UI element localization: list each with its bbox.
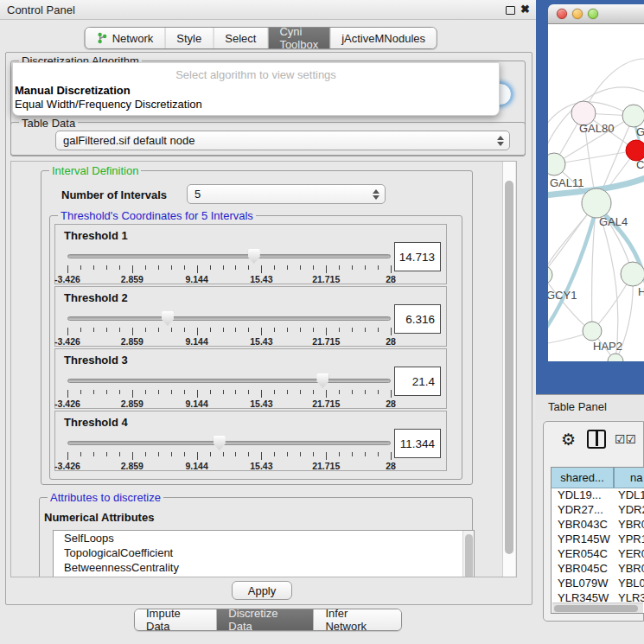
tab-network[interactable]: Network — [86, 28, 166, 48]
attribute-list-item[interactable]: SelfLoops — [54, 531, 474, 545]
scrollbar-thumb[interactable] — [465, 534, 473, 577]
column-layout-icon[interactable] — [587, 430, 606, 449]
tick-mark — [287, 265, 288, 270]
node-gal4[interactable] — [582, 188, 611, 218]
table-data-combo[interactable]: galFiltered.sif default node — [55, 131, 510, 150]
tick-mark — [158, 328, 159, 332]
slider-track[interactable] — [67, 254, 391, 258]
cell-name[interactable]: YER0 — [615, 547, 644, 562]
threshold-4-slider[interactable]: -3.4262.8599.14415.4321.71528 — [67, 436, 391, 470]
slider-thumb[interactable] — [248, 249, 260, 264]
cell-shared-name[interactable]: YDL19... — [552, 488, 615, 503]
tick-mark — [300, 328, 301, 332]
node-label: GCY1 — [548, 289, 577, 302]
threshold-4-value[interactable]: 11.344 — [394, 429, 441, 458]
tick-mark — [171, 328, 172, 332]
threshold-2-block: Threshold 2 -3.4262.8599.14415.4321.7152… — [54, 286, 447, 347]
attributes-list-scrollbar[interactable] — [462, 531, 474, 577]
table-row[interactable]: YER054CYER0 — [552, 547, 644, 562]
slider-ticks — [67, 328, 391, 335]
threshold-1-value[interactable]: 14.713 — [394, 242, 441, 271]
slider-track[interactable] — [67, 441, 391, 445]
tab-select[interactable]: Select — [214, 28, 268, 48]
threshold-1-label: Threshold 1 — [64, 229, 128, 242]
network-nodes[interactable] — [548, 101, 644, 361]
cell-shared-name[interactable]: YER054C — [552, 547, 615, 562]
table-row[interactable]: YBR045CYBR0 — [552, 562, 644, 577]
tick-label: 21.715 — [312, 461, 340, 471]
tab-label: Impute Data — [146, 609, 205, 631]
tab-infer-network[interactable]: Infer Network — [314, 609, 401, 630]
slider-track[interactable] — [67, 379, 391, 383]
number-of-intervals-combo[interactable]: 5 — [187, 184, 386, 204]
cell-shared-name[interactable]: YDR27... — [552, 503, 615, 518]
tab-cyni-toolbox[interactable]: Cyni Toolbox — [268, 28, 330, 48]
column-header-shared[interactable]: shared... — [552, 468, 615, 488]
threshold-1-slider[interactable]: -3.4262.8599.14415.4321.71528 — [67, 249, 391, 284]
cell-shared-name[interactable]: YPR145W — [552, 532, 615, 547]
slider-thumb[interactable] — [162, 311, 174, 326]
table-row[interactable]: YBL079WYBL0 — [552, 577, 644, 591]
table-row[interactable]: YBR043CYBR0 — [552, 518, 644, 532]
table-hscrollbar[interactable] — [552, 603, 643, 613]
cell-name[interactable]: YDL1 — [615, 488, 644, 503]
tick-mark — [132, 328, 133, 335]
cell-shared-name[interactable]: YBR043C — [552, 518, 615, 532]
tab-label: Select — [225, 32, 256, 45]
threshold-2-slider[interactable]: -3.4262.8599.14415.4321.71528 — [67, 311, 391, 346]
popup-option-equal-width[interactable]: Equal Width/Frequency Discretization — [15, 98, 202, 111]
popup-option-manual[interactable]: Manual Discretization — [15, 84, 131, 97]
cell-shared-name[interactable]: YBL079W — [552, 577, 615, 591]
cell-name[interactable]: YBR0 — [615, 518, 644, 532]
tick-mark — [223, 452, 224, 456]
node-h[interactable] — [621, 262, 644, 286]
table-row[interactable]: YPR145WYPR1 — [552, 532, 644, 547]
float-window-icon[interactable] — [506, 6, 515, 15]
settings-scrollbar[interactable] — [502, 162, 515, 577]
network-canvas[interactable]: GAL80 GA C GAL11 GAL4 GCY1 H HAP2 — [548, 24, 644, 361]
slider-thumb[interactable] — [316, 373, 328, 388]
attribute-list-item[interactable]: BetweennessCentrality — [54, 560, 474, 575]
threshold-3-slider[interactable]: -3.4262.8599.14415.4321.71528 — [67, 373, 391, 408]
tick-mark — [378, 265, 379, 270]
threshold-2-label: Threshold 2 — [64, 291, 128, 304]
cell-name[interactable]: YDR2 — [615, 503, 644, 518]
table-row[interactable]: YDL19...YDL1 — [552, 488, 644, 503]
tab-impute-data[interactable]: Impute Data — [135, 609, 217, 630]
node-gcy1[interactable] — [548, 265, 552, 284]
table-row[interactable]: YDR27...YDR2 — [552, 503, 644, 518]
tick-mark — [352, 265, 353, 270]
gear-icon[interactable]: ⚙ — [561, 430, 576, 450]
column-header-name[interactable]: na — [615, 468, 644, 488]
tab-discretize-data[interactable]: Discretize Data — [217, 609, 314, 630]
mac-zoom-button[interactable] — [588, 9, 598, 19]
slider-thumb[interactable] — [214, 436, 226, 450]
threshold-2-value[interactable]: 6.316 — [394, 304, 441, 334]
close-icon[interactable]: ✖ — [520, 3, 530, 16]
cell-name[interactable]: YBL0 — [615, 577, 644, 591]
mac-minimize-button[interactable] — [572, 9, 583, 19]
cell-name[interactable]: YBR0 — [615, 562, 644, 577]
cell-name[interactable]: YPR1 — [615, 532, 644, 547]
tick-mark — [80, 265, 81, 270]
tick-mark — [313, 328, 314, 332]
node-hap2[interactable] — [583, 322, 602, 341]
cell-shared-name[interactable]: YBR045C — [552, 562, 615, 577]
tab-jactivemnodules[interactable]: jActiveMNodules — [330, 28, 437, 48]
mac-close-button[interactable] — [557, 9, 567, 19]
tick-mark — [119, 390, 120, 394]
tab-style[interactable]: Style — [165, 28, 214, 48]
node-ga[interactable] — [622, 105, 644, 127]
tick-mark — [300, 265, 301, 270]
network-icon — [97, 32, 108, 44]
scrollbar-thumb[interactable] — [554, 605, 638, 612]
slider-track[interactable] — [67, 316, 391, 321]
tick-mark — [326, 390, 327, 398]
scrollbar-thumb[interactable] — [505, 181, 513, 554]
attribute-list-item[interactable]: TopologicalCoefficient — [54, 545, 474, 560]
apply-button[interactable]: Apply — [232, 581, 292, 600]
checkboxes-icon[interactable]: ☑☑ — [615, 432, 636, 446]
control-panel-titlebar: Control Panel ✖ — [0, 0, 536, 20]
threshold-3-value[interactable]: 21.4 — [394, 367, 441, 396]
tick-mark — [378, 452, 379, 456]
